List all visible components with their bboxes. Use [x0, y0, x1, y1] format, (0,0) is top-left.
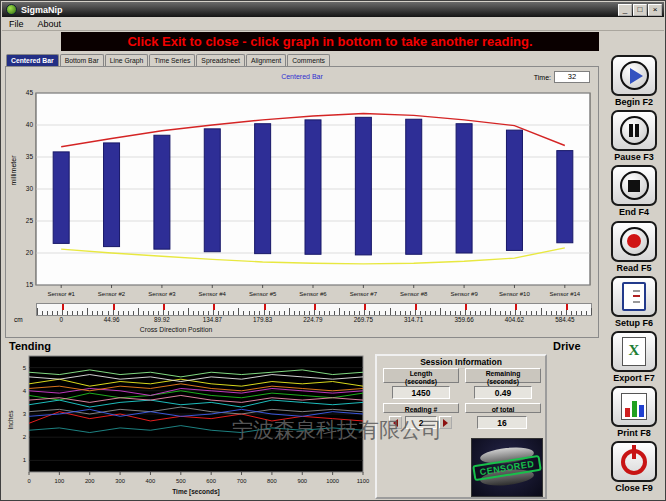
- sensor-bar[interactable]: [53, 152, 69, 244]
- sensor-position-marker: [364, 304, 366, 310]
- sensor-bar[interactable]: [406, 119, 422, 254]
- export-f7-button[interactable]: [611, 331, 657, 372]
- ruler-tick: [551, 311, 552, 315]
- tab-bottom-bar[interactable]: Bottom Bar: [60, 54, 104, 66]
- sensor-bar[interactable]: [104, 143, 120, 247]
- ruler-tick: [133, 311, 134, 315]
- close-window-button[interactable]: [648, 4, 662, 16]
- ruler-tick: [123, 311, 124, 315]
- y-tick-label: 25: [26, 217, 34, 224]
- sensor-bar[interactable]: [557, 151, 573, 243]
- sensor-bar[interactable]: [355, 117, 371, 255]
- action-sidebar: Begin F2Pause F3End F4Read F5Setup F6Exp…: [602, 53, 666, 501]
- ruler-tick: [193, 311, 194, 315]
- trend-x-tick: 1100: [357, 478, 369, 484]
- ruler-tick: [531, 311, 532, 315]
- sensor-position-marker: [113, 304, 115, 310]
- y-tick-label: 35: [26, 153, 34, 160]
- ruler-tick: [77, 311, 78, 315]
- tab-spreadsheet[interactable]: Spreadsheet: [196, 54, 245, 66]
- sensor-bar[interactable]: [154, 135, 170, 249]
- print-icon: [621, 393, 647, 420]
- ruler-tick: [148, 311, 149, 315]
- ruler-tick: [344, 311, 345, 315]
- sensor-label: Sensor #10: [499, 291, 530, 297]
- menu-about[interactable]: About: [31, 19, 69, 29]
- sidebar-slot: Close F9: [602, 441, 666, 496]
- minimize-button[interactable]: [618, 4, 632, 16]
- session-info-title: Session Information: [377, 357, 545, 367]
- close-f9-button[interactable]: [611, 441, 657, 482]
- length-header: Length (seconds): [383, 368, 459, 383]
- ruler-tick: [526, 311, 527, 315]
- ruler-tick: [420, 311, 421, 315]
- setup-f6-button[interactable]: [611, 276, 657, 317]
- trend-x-tick: 400: [146, 478, 156, 484]
- y-tick-label: 45: [26, 89, 34, 96]
- sensor-bar[interactable]: [506, 130, 522, 250]
- ruler-tick: [561, 311, 562, 315]
- ruler-tick: [92, 311, 93, 315]
- read-f5-button[interactable]: [611, 221, 657, 262]
- print-f8-button[interactable]: [611, 386, 657, 427]
- tab-time-series[interactable]: Time Series: [149, 54, 195, 66]
- excel-icon: [622, 337, 646, 366]
- sensor-bar[interactable]: [255, 124, 271, 254]
- tab-line-graph[interactable]: Line Graph: [105, 54, 149, 66]
- sidebar-button-label: Read F5: [602, 263, 666, 273]
- ruler-tick: [153, 311, 154, 315]
- ruler-number: 269.75: [343, 316, 383, 323]
- begin-f2-button[interactable]: [611, 55, 657, 96]
- ruler-tick: [208, 311, 209, 315]
- ruler-tick: [339, 308, 340, 315]
- position-ruler: [36, 303, 592, 316]
- ruler-tick: [541, 308, 542, 315]
- sidebar-slot: Read F5: [602, 221, 666, 276]
- sensor-bar[interactable]: [305, 120, 321, 254]
- chart-title: Centered Bar: [6, 73, 598, 80]
- sidebar-button-label: End F4: [602, 207, 666, 217]
- ruler-number: 404.62: [494, 316, 534, 323]
- reading-prev-button[interactable]: [389, 416, 402, 429]
- ruler-tick: [304, 311, 305, 315]
- of-total-header: of total: [465, 403, 541, 413]
- ruler-tick: [67, 311, 68, 315]
- ruler-tick: [128, 311, 129, 315]
- trend-y-tick: 4: [23, 388, 27, 394]
- ruler-tick: [500, 311, 501, 315]
- drive-label: Drive: [553, 340, 581, 352]
- ruler-tick: [369, 311, 370, 315]
- time-value: 32: [554, 71, 590, 83]
- ruler-tick: [158, 311, 159, 315]
- ruler-tick: [178, 311, 179, 315]
- ruler-tick: [390, 308, 391, 315]
- end-f4-button[interactable]: [611, 165, 657, 206]
- ruler-tick: [37, 308, 38, 315]
- ruler-number: 134.87: [192, 316, 232, 323]
- left-arrow-icon: [393, 419, 398, 427]
- trend-plot: 5432101002003004005006007008009001000110…: [5, 354, 375, 499]
- ruler-tick: [42, 311, 43, 315]
- reading-next-button[interactable]: [439, 416, 452, 429]
- ruler-tick: [460, 311, 461, 315]
- menu-file[interactable]: File: [2, 19, 31, 29]
- maximize-button[interactable]: [633, 4, 647, 16]
- ruler-number: 44.96: [92, 316, 132, 323]
- chart-tabs: Centered BarBottom BarLine GraphTime Ser…: [6, 54, 330, 66]
- trend-x-tick: 100: [55, 478, 65, 484]
- tab-centered-bar[interactable]: Centered Bar: [6, 54, 59, 66]
- session-info-panel: Session Information Length (seconds) Rem…: [375, 354, 547, 499]
- pause-f3-button[interactable]: [611, 110, 657, 151]
- centered-bar-panel: Centered Bar Time: 32 45403530252015Sens…: [5, 66, 599, 338]
- app-window: SigmaNip File About Click Exit to close …: [0, 0, 666, 501]
- sidebar-button-label: Print F8: [602, 428, 666, 438]
- ruler-tick: [425, 311, 426, 315]
- tab-comments[interactable]: Comments: [287, 54, 330, 66]
- trending-chart[interactable]: 5432101002003004005006007008009001000110…: [5, 354, 375, 499]
- ruler-tick: [374, 311, 375, 315]
- ruler-tick: [188, 308, 189, 315]
- sensor-bar[interactable]: [204, 129, 220, 252]
- ruler-tick: [274, 311, 275, 315]
- sensor-bar[interactable]: [456, 124, 472, 253]
- tab-alignment[interactable]: Alignment: [246, 54, 286, 66]
